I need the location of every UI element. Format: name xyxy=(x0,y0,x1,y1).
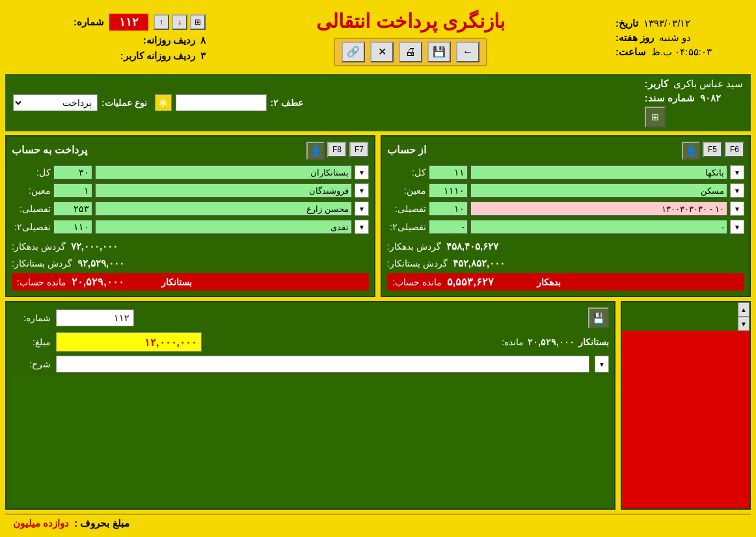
from-tafsili-label: تفصیلی: xyxy=(387,203,426,214)
middle-panels: F6 F5 👤 از حساب ▼ کل: ▼ معین: xyxy=(5,135,751,297)
to-kol-value[interactable] xyxy=(53,165,92,179)
from-moein-chevron[interactable]: ▼ xyxy=(730,183,744,198)
to-moein-name[interactable] xyxy=(95,183,352,198)
from-tafsili2-value[interactable] xyxy=(429,220,468,234)
to-gardesh-b-label: گردش بدهکار: xyxy=(12,241,66,252)
to-moein-chevron[interactable]: ▼ xyxy=(355,183,369,198)
to-panel-title: پرداخت به حساب xyxy=(12,144,87,156)
from-panel-header: F6 F5 👤 از حساب xyxy=(387,142,744,160)
to-tafsili-label: تفصیلی: xyxy=(12,203,51,214)
from-kol-name[interactable] xyxy=(470,165,727,179)
from-account-panel: F6 F5 👤 از حساب ▼ کل: ▼ معین: xyxy=(381,135,751,297)
bottom-mablagh-input[interactable] xyxy=(56,332,202,352)
to-gardesh-bs-value: ۹۲,۵۲۹,۰۰۰ xyxy=(77,257,155,269)
radif-label: ردیف روزانه: xyxy=(143,34,195,46)
to-tafsili-value[interactable] xyxy=(53,202,92,216)
from-balance-type: بدهکار xyxy=(537,277,561,287)
operations-row: سید عباس باکری کاربر: ۹۰۸۲ شماره سند: ⊞ … xyxy=(5,74,751,131)
main-title: بازنگری پرداخت انتقالی xyxy=(316,10,505,33)
bottom-mande-info: بستانکار ۲۰,۵۲۹,۰۰۰ مانده: xyxy=(502,337,609,347)
header-fields-section: ⊞ ↓ ↑ ۱۱۲ شماره: ۸ ردیف روزانه: ۳ ردیف ر… xyxy=(10,14,206,62)
sharh-label: شرح: xyxy=(12,359,51,369)
toolbar-back-button[interactable]: ← xyxy=(456,42,479,62)
bottom-shomare-row: شماره: xyxy=(12,309,134,326)
toolbar: ← 💾 🖨 ✕ 🔗 xyxy=(334,38,487,66)
scroll-up-button[interactable]: ▲ xyxy=(738,302,749,317)
to-balance-type: بستانکار xyxy=(161,277,192,287)
to-gardesh-b-row: ۷۲,۰۰۰,۰۰۰ گردش بدهکار: xyxy=(12,241,369,252)
from-moein-name[interactable] xyxy=(470,183,727,198)
from-f5-button[interactable]: F5 xyxy=(703,142,722,157)
bottom-right-panel: 💾 شماره: بستانکار ۲۰,۵۲۹,۰۰۰ مانده: مبلغ… xyxy=(5,301,615,510)
to-tafsili-chevron[interactable]: ▼ xyxy=(355,202,369,216)
to-f8-button[interactable]: F8 xyxy=(327,142,347,157)
save-button[interactable]: 💾 xyxy=(588,308,609,328)
to-kol-name[interactable] xyxy=(95,165,352,179)
header-icon1-button[interactable]: ⊞ xyxy=(190,14,206,30)
atf-star-button[interactable]: ✻ xyxy=(155,94,172,111)
bottom-section: ▲ ▼ 💾 شماره: بستانکار ۲۰,۵۲۹,۰۰۰ ماند xyxy=(5,301,751,510)
toolbar-close-button[interactable]: ✕ xyxy=(370,42,394,62)
bottom-sharh-row: ▼ شرح: xyxy=(12,356,609,373)
date-label: تاریخ: xyxy=(615,18,638,29)
sharh-chevron[interactable]: ▼ xyxy=(595,356,609,373)
bottom-shomare-label: شماره: xyxy=(12,313,51,323)
title-toolbar-section: بازنگری پرداخت انتقالی ← 💾 🖨 ✕ 🔗 xyxy=(316,10,505,66)
to-tafsili2-label: تفصیلی۲: xyxy=(12,222,51,232)
from-kol-value[interactable] xyxy=(429,165,468,179)
toolbar-link-button[interactable]: 🔗 xyxy=(342,42,365,62)
to-tafsili-name[interactable] xyxy=(95,202,352,216)
nooe-amaliat-label: نوع عملیات: xyxy=(101,98,147,108)
bottom-shomare-input[interactable] xyxy=(56,309,134,326)
to-kol-row: ▼ کل: xyxy=(12,165,369,179)
from-balance-label: مانده حساب: xyxy=(392,277,442,287)
to-tafsili2-name[interactable] xyxy=(95,220,352,234)
bottom-red-area xyxy=(622,331,749,508)
from-tafsili-value[interactable] xyxy=(429,202,468,216)
toolbar-print-button[interactable]: 🖨 xyxy=(399,42,422,62)
to-tafsili2-chevron[interactable]: ▼ xyxy=(355,220,369,234)
to-kol-chevron[interactable]: ▼ xyxy=(355,165,369,179)
footer-label: مبلغ بحروف : xyxy=(74,517,129,529)
from-moein-value[interactable] xyxy=(429,183,468,198)
from-fkeys: F6 F5 👤 xyxy=(682,142,744,160)
from-panel-icon-button[interactable]: 👤 xyxy=(682,142,700,160)
scroll-down-button[interactable]: ▼ xyxy=(738,317,749,331)
ops-icon-button[interactable]: ⊞ xyxy=(645,107,666,127)
from-kol-label: کل: xyxy=(387,167,426,177)
atf-label: عطف ۲: xyxy=(271,98,304,108)
to-f7-button[interactable]: F7 xyxy=(349,142,369,157)
from-tafsili-chevron[interactable]: ▼ xyxy=(730,202,744,216)
header-icon2-button[interactable]: ↓ xyxy=(172,14,187,30)
from-tafsili-row: ▼ تفصیلی: xyxy=(387,202,744,216)
to-moein-value[interactable] xyxy=(53,183,92,198)
header-icon3-button[interactable]: ↑ xyxy=(154,14,169,30)
bottom-mande-value: ۲۰,۵۲۹,۰۰۰ xyxy=(528,337,574,347)
from-tafsili-name[interactable] xyxy=(470,202,727,216)
from-tafsili2-name[interactable] xyxy=(470,220,727,234)
from-f6-button[interactable]: F6 xyxy=(725,142,744,157)
to-tafsili-row: ▼ تفصیلی: xyxy=(12,202,369,216)
nooe-amaliat-select[interactable]: پرداخت xyxy=(13,94,98,111)
to-gardesh-b-value: ۷۲,۰۰۰,۰۰۰ xyxy=(71,241,149,252)
to-tafsili2-value[interactable] xyxy=(53,220,92,234)
to-kol-label: کل: xyxy=(12,167,51,177)
from-gardesh-b-value: ۴۵۸,۴۰۵,۶۲۷ xyxy=(446,241,524,252)
karbari-value: سید عباس باکری xyxy=(673,78,743,90)
toolbar-save-button[interactable]: 💾 xyxy=(427,42,451,62)
from-balance-row: بدهکار ۵,۵۵۳,۶۲۷ مانده حساب: xyxy=(387,273,744,291)
footer-value: دوازده میلیون xyxy=(13,517,69,529)
to-panel-icon-button[interactable]: 👤 xyxy=(306,142,325,160)
to-balance-label: مانده حساب: xyxy=(17,277,66,287)
to-gardesh-bs-row: ۹۲,۵۲۹,۰۰۰ گردش بستانکار: xyxy=(12,257,369,269)
header-icons: ⊞ ↓ ↑ xyxy=(154,14,206,30)
from-tafsili2-chevron[interactable]: ▼ xyxy=(730,220,744,234)
atf-input[interactable] xyxy=(176,94,267,111)
sharh-input[interactable] xyxy=(56,356,589,373)
bottom-mablagh-label: مبلغ: xyxy=(12,337,51,347)
from-kol-chevron[interactable]: ▼ xyxy=(730,165,744,179)
to-balance-value: ۲۰,۵۲۹,۰۰۰ xyxy=(72,276,156,288)
shomare-sanad-value: ۹۰۸۲ xyxy=(700,92,721,104)
from-gardesh-bs-value: ۴۵۲,۸۵۲,۰۰۰ xyxy=(453,257,531,269)
from-gardesh-bs-row: ۴۵۲,۸۵۲,۰۰۰ گردش بستانکار: xyxy=(387,257,744,269)
